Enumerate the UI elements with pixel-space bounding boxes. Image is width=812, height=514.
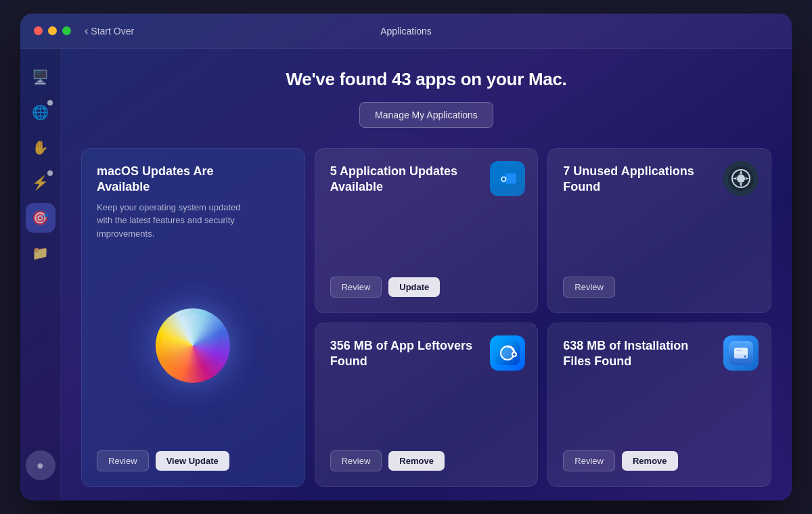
folder-icon: 📁 bbox=[32, 245, 49, 261]
chevron-left-icon: ‹ bbox=[85, 26, 88, 37]
app-updates-icon: O bbox=[490, 161, 525, 196]
apps-icon: 🎯 bbox=[32, 210, 49, 226]
macos-card-description: Keep your operating system updated with … bbox=[97, 201, 246, 241]
cards-grid: macOS Updates Are Available Keep your op… bbox=[81, 148, 771, 487]
install-files-remove-button[interactable]: Remove bbox=[622, 451, 678, 471]
unused-apps-card: 7 Unused Applications Found Review bbox=[547, 148, 771, 313]
app-updates-card: O 5 Application Updates Available Review… bbox=[315, 148, 539, 313]
sidebar: 🖥️ 🌐 ✋ ⚡ 🎯 📁 ● bbox=[20, 49, 61, 500]
sidebar-item-apps[interactable]: 🎯 bbox=[26, 203, 55, 233]
leftovers-title: 356 MB of App Leftovers Found bbox=[330, 338, 482, 370]
header-section: We've found 43 apps on your Mac. Manage … bbox=[81, 69, 771, 128]
sidebar-user-icon[interactable]: ● bbox=[26, 450, 55, 480]
svg-point-5 bbox=[737, 174, 745, 183]
sidebar-item-sphere[interactable]: 🌐 bbox=[26, 97, 55, 127]
back-label: Start Over bbox=[91, 26, 134, 37]
hdd-icon bbox=[723, 335, 759, 371]
disk-icon: 🖥️ bbox=[32, 69, 49, 85]
sidebar-item-hand[interactable]: ✋ bbox=[26, 133, 55, 162]
traffic-lights bbox=[34, 26, 71, 35]
lightning-icon: ⚡ bbox=[32, 174, 49, 191]
sphere-icon: 🌐 bbox=[32, 104, 49, 120]
app-updates-review-button[interactable]: Review bbox=[330, 277, 382, 298]
sidebar-item-lightning[interactable]: ⚡ bbox=[26, 168, 55, 197]
found-apps-title: We've found 43 apps on your Mac. bbox=[81, 69, 771, 90]
sidebar-item-disk[interactable]: 🖥️ bbox=[26, 62, 55, 92]
install-files-title: 638 MB of Installation Files Found bbox=[563, 338, 715, 370]
main-content: We've found 43 apps on your Mac. Manage … bbox=[61, 49, 792, 500]
macos-updates-card: macOS Updates Are Available Keep your op… bbox=[81, 148, 305, 487]
window-title: Applications bbox=[380, 26, 432, 37]
macos-card-title: macOS Updates Are Available bbox=[97, 164, 249, 195]
titlebar: ‹ Start Over Applications bbox=[20, 14, 792, 49]
leftovers-icon bbox=[490, 335, 525, 371]
minimize-button[interactable] bbox=[48, 26, 57, 35]
unused-apps-actions: Review bbox=[563, 277, 756, 298]
svg-rect-15 bbox=[736, 350, 742, 351]
leftovers-card: 356 MB of App Leftovers Found Review Rem… bbox=[315, 323, 539, 488]
install-files-icon bbox=[723, 335, 759, 371]
app-updates-title: 5 Application Updates Available bbox=[330, 164, 482, 195]
unused-apps-title: 7 Unused Applications Found bbox=[563, 164, 715, 195]
hand-icon: ✋ bbox=[32, 139, 49, 156]
macos-logo-container bbox=[97, 254, 290, 437]
manage-applications-button[interactable]: Manage My Applications bbox=[359, 102, 493, 128]
install-files-review-button[interactable]: Review bbox=[563, 450, 615, 471]
macos-card-actions: Review View Update bbox=[97, 450, 290, 471]
maximize-button[interactable] bbox=[62, 26, 71, 35]
leftovers-remove-button[interactable]: Remove bbox=[388, 451, 445, 471]
leftovers-review-button[interactable]: Review bbox=[330, 450, 382, 471]
svg-text:O: O bbox=[501, 175, 507, 183]
unused-apps-icon bbox=[723, 161, 759, 196]
svg-point-14 bbox=[744, 355, 746, 357]
app-updates-actions: Review Update bbox=[330, 277, 523, 298]
sidebar-item-folder[interactable]: 📁 bbox=[26, 238, 55, 268]
back-button[interactable]: ‹ Start Over bbox=[85, 26, 134, 37]
macos-review-button[interactable]: Review bbox=[97, 450, 149, 471]
outlook-icon: O bbox=[490, 161, 525, 196]
install-files-actions: Review Remove bbox=[563, 450, 756, 471]
unused-apps-review-button[interactable]: Review bbox=[563, 277, 615, 298]
steam-icon bbox=[723, 161, 759, 196]
app-updates-update-button[interactable]: Update bbox=[388, 277, 440, 297]
notification-dot bbox=[47, 100, 53, 106]
close-button[interactable] bbox=[34, 26, 43, 35]
leftovers-actions: Review Remove bbox=[330, 450, 523, 471]
install-files-card: 638 MB of Installation Files Found Revie… bbox=[547, 323, 771, 488]
notification-dot-2 bbox=[47, 170, 53, 176]
main-layout: 🖥️ 🌐 ✋ ⚡ 🎯 📁 ● bbox=[20, 49, 792, 500]
svg-rect-1 bbox=[506, 174, 516, 184]
macos-logo bbox=[156, 308, 230, 383]
cleaner-icon bbox=[490, 335, 525, 371]
app-window: ‹ Start Over Applications 🖥️ 🌐 ✋ ⚡ 🎯 bbox=[20, 14, 792, 500]
user-dot-icon: ● bbox=[37, 459, 44, 473]
macos-view-update-button[interactable]: View Update bbox=[156, 451, 229, 471]
